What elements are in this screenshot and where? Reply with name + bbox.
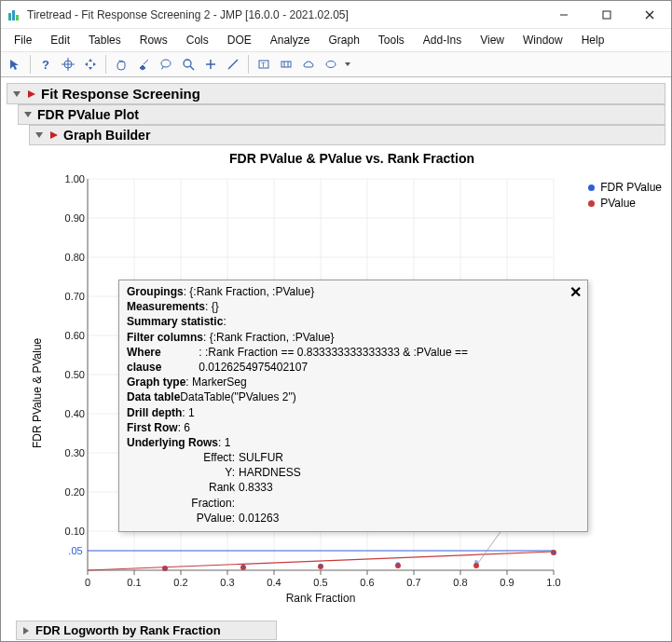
svg-text:0.2: 0.2 — [173, 577, 187, 588]
disclose-down-icon[interactable] — [11, 89, 22, 100]
svg-text:0.60: 0.60 — [65, 330, 85, 341]
section-fdr-logworth[interactable]: FDR Logworth by Rank Fraction — [16, 621, 277, 640]
content: Fit Response Screening FDR PValue Plot G… — [1, 77, 671, 640]
grab-icon[interactable] — [111, 54, 131, 75]
hotspot-icon[interactable] — [48, 130, 60, 141]
menu-doe[interactable]: DOE — [220, 31, 259, 49]
svg-point-88 — [163, 567, 167, 570]
magnifier-icon[interactable] — [178, 54, 199, 75]
section-graph-builder[interactable]: Graph Builder — [29, 125, 665, 145]
hover-v: : MarkerSeg — [185, 375, 246, 389]
hover-label-box: ✕ Groupings: {:Rank Fraction, :PValue} M… — [118, 280, 588, 532]
legend-item-fdr[interactable]: FDR PValue — [588, 181, 662, 194]
hover-v: HARDNESS — [239, 465, 301, 480]
section-fit-response[interactable]: Fit Response Screening — [7, 83, 665, 104]
svg-rect-19 — [281, 61, 291, 67]
hover-k: Groupings — [127, 284, 184, 299]
svg-point-89 — [241, 565, 245, 568]
svg-text:0.80: 0.80 — [65, 252, 85, 263]
svg-text:0.20: 0.20 — [65, 486, 85, 498]
toolbar-separator — [105, 55, 106, 74]
zoom-icon[interactable] — [200, 54, 221, 75]
hover-v: 0.8333 — [239, 480, 273, 510]
menu-edit[interactable]: Edit — [43, 31, 77, 49]
hover-k: Effect: — [164, 450, 239, 465]
close-icon[interactable]: ✕ — [569, 282, 582, 303]
hover-k: Where clause — [127, 345, 199, 375]
plot-region[interactable]: 0.10 0.20 0.30 0.40 0.50 0.60 0.70 0.80 … — [46, 170, 665, 617]
section-title: Graph Builder — [63, 128, 150, 143]
section-title: Fit Response Screening — [41, 86, 200, 102]
hover-v: : {:Rank Fraction, :PValue} — [184, 284, 315, 299]
hover-v: 0.01263 — [239, 511, 279, 526]
menu-help[interactable]: Help — [574, 31, 612, 49]
brush-icon[interactable] — [133, 54, 154, 75]
legend-dot-icon — [588, 184, 595, 191]
hover-k: Y: — [164, 465, 239, 480]
svg-text:0.9: 0.9 — [500, 577, 514, 588]
hover-v: : 1 — [182, 405, 194, 420]
hover-v: : {} — [205, 299, 219, 314]
window-title: Tiretread - Fit Response Screening 2 - J… — [27, 8, 542, 21]
help-icon[interactable]: ? — [35, 54, 56, 75]
menu-addins[interactable]: Add-Ins — [416, 31, 469, 49]
maximize-button[interactable] — [585, 1, 628, 29]
svg-point-22 — [326, 61, 336, 68]
svg-point-11 — [161, 60, 171, 67]
close-button[interactable] — [628, 1, 671, 29]
menu-file[interactable]: File — [7, 31, 39, 49]
arrow-tool-icon[interactable] — [5, 54, 25, 75]
menu-graph[interactable]: Graph — [321, 31, 366, 49]
crosshair-icon[interactable] — [58, 54, 78, 75]
minimize-button[interactable] — [542, 1, 585, 29]
legend-label: PValue — [600, 197, 636, 210]
app-icon — [7, 7, 21, 22]
section-title: FDR Logworth by Rank Fraction — [35, 623, 221, 637]
menu-analyze[interactable]: Analyze — [263, 31, 318, 49]
svg-text:0: 0 — [85, 577, 90, 588]
svg-text:0.30: 0.30 — [65, 447, 85, 458]
toolbar-separator — [30, 55, 31, 74]
hover-v: : — [223, 314, 226, 329]
hover-k: Drill depth — [127, 405, 182, 420]
svg-point-90 — [319, 564, 322, 567]
menu-view[interactable]: View — [473, 31, 512, 49]
disclose-down-icon[interactable] — [22, 109, 34, 120]
ellipse-icon[interactable] — [321, 54, 341, 75]
hover-k: PValue: — [164, 511, 239, 526]
hover-v: : 1 — [218, 435, 230, 450]
hover-k: Measurements — [127, 299, 205, 314]
svg-point-12 — [184, 60, 191, 67]
dropdown-icon[interactable] — [343, 54, 352, 75]
menu-cols[interactable]: Cols — [179, 31, 216, 49]
toolbar-separator — [248, 55, 249, 74]
lasso-icon[interactable] — [156, 54, 176, 75]
menu-tools[interactable]: Tools — [371, 31, 412, 49]
toolbar: ? T — [1, 52, 671, 77]
disclose-down-icon[interactable] — [34, 130, 45, 141]
rect-icon[interactable] — [276, 54, 296, 75]
y-axis-label: FDR PValue & PValue — [29, 170, 46, 617]
svg-text:?: ? — [42, 58, 49, 71]
svg-point-91 — [396, 562, 400, 566]
svg-text:0.1: 0.1 — [127, 577, 141, 588]
line-icon[interactable] — [223, 54, 243, 75]
text-icon[interactable]: T — [254, 54, 274, 75]
svg-line-13 — [190, 66, 194, 70]
svg-text:0.90: 0.90 — [65, 212, 85, 224]
svg-line-16 — [228, 60, 238, 69]
cloud-icon[interactable] — [298, 54, 319, 75]
hotspot-icon[interactable] — [26, 89, 37, 100]
disclose-right-icon[interactable] — [21, 625, 32, 636]
menu-rows[interactable]: Rows — [132, 31, 175, 49]
section-fdr-pvalue-plot[interactable]: FDR PValue Plot — [18, 104, 665, 125]
legend-label: FDR PValue — [600, 181, 662, 194]
scroll-icon[interactable] — [80, 54, 101, 75]
svg-text:0.70: 0.70 — [65, 291, 85, 302]
hover-v: : :Rank Fraction == 0.833333333333333 & … — [199, 345, 580, 375]
hover-k: First Row — [127, 420, 178, 435]
menu-window[interactable]: Window — [515, 31, 570, 49]
legend-item-pvalue[interactable]: PValue — [588, 197, 662, 210]
menu-tables[interactable]: Tables — [81, 31, 129, 49]
chart-area: FDR PValue & PValue vs. Rank Fraction FD… — [29, 145, 665, 617]
